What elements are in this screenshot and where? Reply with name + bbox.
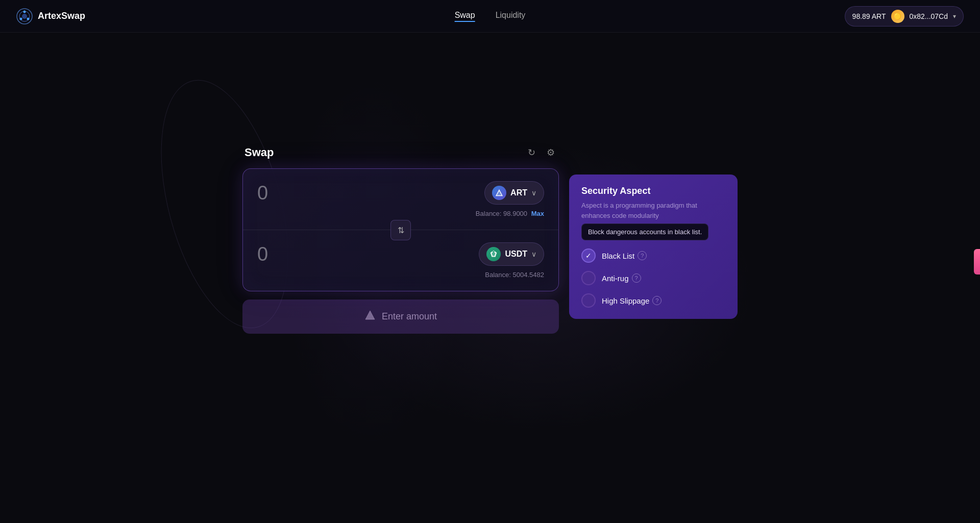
nav-liquidity[interactable]: Liquidity [496, 11, 526, 22]
blacklist-label: Black List ? [602, 251, 647, 260]
from-token-name: ART [510, 188, 527, 197]
navbar: ArtexSwap Swap Liquidity 98.89 ART 🟡 0x8… [0, 0, 980, 33]
nav-swap[interactable]: Swap [455, 11, 475, 22]
blacklist-question-icon[interactable]: ? [638, 251, 647, 260]
svg-point-4 [27, 17, 30, 20]
wallet-badge[interactable]: 98.89 ART 🟡 0x82...07Cd ▾ [845, 6, 964, 27]
main-content: Swap ↻ ⚙ 0 [0, 33, 980, 334]
security-description: Aspect is a programming paradigm that en… [581, 201, 725, 220]
to-token-name: USDT [505, 250, 527, 259]
antirug-question-icon[interactable]: ? [632, 273, 641, 283]
usdt-token-icon [486, 247, 501, 261]
security-item-blacklist: ✓ Black List ? [581, 248, 725, 263]
svg-rect-10 [493, 251, 495, 253]
swap-card: 0 ART ∨ Balance: 98.9000 [242, 168, 559, 291]
slippage-question-icon[interactable]: ? [652, 296, 662, 305]
edge-decoration [974, 249, 980, 275]
art-logo-icon [495, 188, 504, 197]
swap-actions: ↻ ⚙ [526, 145, 557, 160]
refresh-button[interactable]: ↻ [526, 145, 537, 160]
settings-button[interactable]: ⚙ [545, 145, 557, 160]
to-token-balance: Balance: 5004.5482 [257, 271, 544, 279]
security-items-list: ✓ Black List ? Anti-rug ? [581, 248, 725, 308]
swap-direction-button[interactable]: ⇅ [390, 220, 411, 240]
svg-point-3 [23, 10, 26, 13]
enter-amount-label: Enter amount [382, 311, 437, 322]
svg-point-2 [22, 14, 27, 19]
wallet-avatar: 🟡 [891, 10, 904, 23]
antirug-check-icon [581, 271, 596, 285]
swap-header: Swap ↻ ⚙ [242, 145, 559, 160]
from-token-chevron-icon: ∨ [531, 189, 536, 197]
from-token-balance: Balance: 98.9000 Max [257, 210, 544, 217]
enter-amount-button[interactable]: Enter amount [242, 300, 559, 334]
from-balance-value: 98.9000 [503, 210, 527, 217]
security-item-antirug: Anti-rug ? [581, 271, 725, 285]
logo: ArtexSwap [16, 8, 85, 24]
svg-point-5 [20, 17, 22, 20]
to-balance-value: 5004.5482 [513, 271, 544, 279]
swap-title: Swap [244, 146, 274, 159]
logo-icon [16, 8, 33, 24]
to-amount[interactable]: 0 [257, 243, 268, 265]
security-panel: Security Aspect Aspect is a programming … [569, 175, 738, 319]
security-title: Security Aspect [581, 186, 725, 196]
wallet-balance: 98.89 ART [852, 12, 886, 20]
slippage-check-icon [581, 293, 596, 308]
security-tooltip: Block dangerous accounts in black list. [581, 223, 708, 240]
from-token-selector[interactable]: ART ∨ [484, 181, 544, 205]
antirug-label: Anti-rug ? [602, 273, 641, 283]
nav-center: Swap Liquidity [455, 11, 526, 22]
wallet-address: 0x82...07Cd [910, 12, 948, 20]
max-button[interactable]: Max [531, 210, 544, 217]
usdt-logo-icon [489, 250, 498, 259]
to-token-row: 0 USDT ∨ [257, 242, 544, 266]
wallet-chevron-icon: ▾ [953, 13, 956, 20]
enter-amount-icon [364, 310, 376, 323]
to-token-selector[interactable]: USDT ∨ [479, 242, 544, 266]
from-amount[interactable]: 0 [257, 182, 268, 204]
blacklist-check-icon: ✓ [581, 248, 596, 263]
svg-marker-11 [365, 311, 375, 319]
security-item-slippage: High Slippage ? [581, 293, 725, 308]
to-token-chevron-icon: ∨ [531, 250, 536, 258]
swap-container: Swap ↻ ⚙ 0 [242, 145, 559, 334]
app-name: ArtexSwap [38, 11, 85, 21]
from-token-row: 0 ART ∨ [257, 181, 544, 205]
slippage-label: High Slippage ? [602, 296, 662, 305]
art-token-icon [492, 186, 506, 200]
